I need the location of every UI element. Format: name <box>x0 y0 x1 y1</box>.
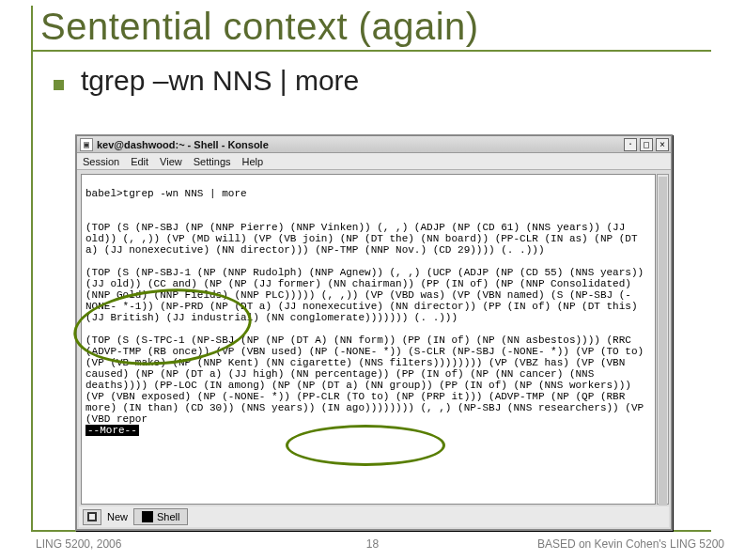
new-tab-icon <box>86 511 98 522</box>
maximize-button[interactable]: □ <box>640 138 653 151</box>
menu-help[interactable]: Help <box>242 156 264 167</box>
slide-title: Sentential context (again) <box>33 6 711 52</box>
konsole-window: ▣ kev@dashwood:~ - Shell - Konsole · □ ×… <box>75 134 673 531</box>
svg-rect-1 <box>89 514 95 520</box>
menu-edit[interactable]: Edit <box>131 156 148 167</box>
menu-settings[interactable]: Settings <box>194 156 231 167</box>
minimize-button[interactable]: · <box>624 138 637 151</box>
more-prompt[interactable]: --More-- <box>85 425 139 436</box>
terminal-block-0: (TOP (S (NP-SBJ (NP (NNP Pierre) (NNP Vi… <box>85 222 644 256</box>
tab-shell-label: Shell <box>157 511 179 522</box>
menu-view[interactable]: View <box>160 156 182 167</box>
bullet-icon <box>54 80 64 90</box>
menu-session[interactable]: Session <box>83 156 119 167</box>
new-tab-button[interactable] <box>83 509 101 525</box>
terminal-output[interactable]: babel>tgrep -wn NNS | more (TOP (S (NP-S… <box>81 174 656 505</box>
window-titlebar: ▣ kev@dashwood:~ - Shell - Konsole · □ × <box>77 136 671 153</box>
footer-right: BASED on Kevin Cohen's LING 5200 <box>537 537 724 551</box>
scrollbar-thumb[interactable] <box>659 177 667 506</box>
window-title: kev@dashwood:~ - Shell - Konsole <box>97 139 269 150</box>
tab-shell[interactable]: Shell <box>133 508 188 525</box>
new-tab-label: New <box>107 511 128 522</box>
window-menubar: Session Edit View Settings Help <box>77 153 671 170</box>
bullet-text: tgrep –wn NNS | more <box>81 65 359 97</box>
konsole-tabbar: New Shell <box>79 506 669 527</box>
terminal-block-1: (TOP (S (NP-SBJ-1 (NP (NNP Rudolph) (NNP… <box>85 267 650 323</box>
close-button[interactable]: × <box>656 138 669 151</box>
shell-icon <box>142 511 153 522</box>
terminal-scrollbar[interactable] <box>657 174 669 505</box>
terminal-prompt-line: babel>tgrep -wn NNS | more <box>85 188 247 199</box>
window-system-icon[interactable]: ▣ <box>80 138 93 151</box>
terminal-block-2: (TOP (S (S-TPC-1 (NP-SBJ (NP (NP (DT A) … <box>85 334 650 425</box>
